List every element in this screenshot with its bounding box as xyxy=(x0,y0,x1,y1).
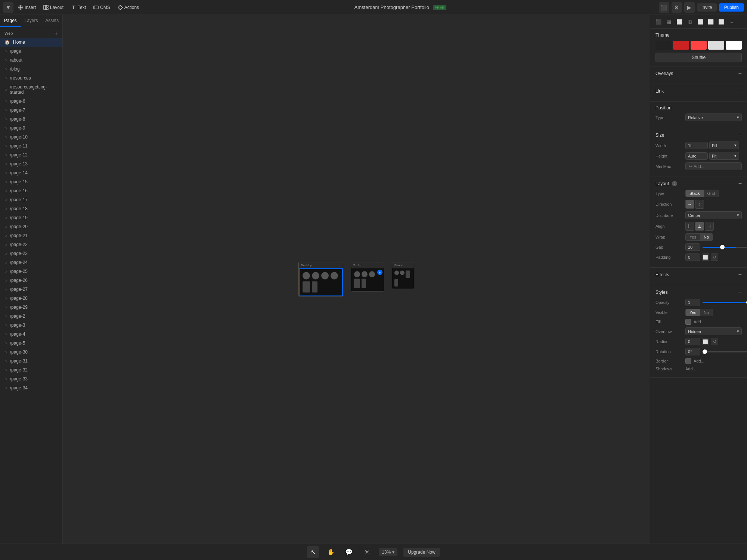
page-item-29[interactable]: ○/page-29 xyxy=(0,303,62,312)
size-add-button[interactable]: + xyxy=(738,132,742,139)
upgrade-button[interactable]: Upgrade Now xyxy=(403,548,440,557)
insert-button[interactable]: Insert xyxy=(15,3,39,12)
link-add-button[interactable]: + xyxy=(738,88,742,94)
preview-desktop-icon[interactable]: ⬛ xyxy=(659,2,669,13)
page-item-36[interactable]: ○/page-32 xyxy=(0,365,62,374)
border-add-text[interactable]: Add... xyxy=(694,359,704,363)
page-item-22[interactable]: ○/page-22 xyxy=(0,240,62,249)
page-item-38[interactable]: ○/page-34 xyxy=(0,383,62,392)
padding-corner-all[interactable]: ⬜ xyxy=(702,253,709,261)
align-left[interactable]: ⊢ xyxy=(685,222,694,231)
width-fill-select[interactable]: Fill ▾ xyxy=(709,141,739,149)
wrap-no[interactable]: No xyxy=(700,234,713,240)
panel-icon-arrange[interactable]: ⬛ xyxy=(654,17,663,26)
tab-layers[interactable]: Layers xyxy=(21,15,42,27)
radius-corner-individual[interactable]: ↺ xyxy=(711,338,718,345)
page-item-15[interactable]: ○/page-15 xyxy=(0,177,62,186)
page-item-6[interactable]: ○/page-6 xyxy=(0,97,62,106)
page-item-32[interactable]: ○/page-4 xyxy=(0,330,62,339)
select-tool[interactable]: ↖ xyxy=(307,546,319,558)
distribute-select[interactable]: Center ▾ xyxy=(685,211,742,219)
comment-tool[interactable]: 💬 xyxy=(343,546,355,558)
page-item-26[interactable]: ○/page-26 xyxy=(0,276,62,285)
layout-minus-button[interactable]: − xyxy=(738,181,742,187)
stack-button[interactable]: Stack xyxy=(686,190,704,197)
border-color-dot[interactable] xyxy=(685,358,691,364)
page-item-9[interactable]: ○/page-9 xyxy=(0,124,62,133)
opacity-slider[interactable] xyxy=(703,302,747,303)
tab-pages[interactable]: Pages xyxy=(0,15,21,27)
radius-corner-all[interactable]: ⬜ xyxy=(702,338,709,345)
page-item-30[interactable]: ○/page-2 xyxy=(0,312,62,321)
pan-tool[interactable]: ✋ xyxy=(325,546,337,558)
direction-horizontal[interactable]: ↔ xyxy=(685,200,694,209)
text-button[interactable]: Text xyxy=(68,3,89,12)
layout-button[interactable]: Layout xyxy=(40,3,66,12)
grid-button[interactable]: Grid xyxy=(704,190,719,197)
align-right[interactable]: ⊣ xyxy=(705,222,714,231)
page-item-18[interactable]: ○/page-18 xyxy=(0,204,62,213)
gap-input[interactable] xyxy=(685,243,700,251)
page-item-3[interactable]: ○/blog xyxy=(0,65,62,74)
panel-icon-delete[interactable]: 🗑 xyxy=(685,17,694,26)
canvas[interactable]: Desktop Tablet xyxy=(63,15,650,544)
cms-button[interactable]: CMS xyxy=(90,3,113,12)
logo-menu[interactable]: ▼ xyxy=(3,2,13,13)
page-item-14[interactable]: ○/page-14 xyxy=(0,168,62,177)
panel-icon-align-left[interactable]: ⬜ xyxy=(696,17,705,26)
page-item-13[interactable]: ○/page-13 xyxy=(0,159,62,168)
page-item-23[interactable]: ○/page-23 xyxy=(0,249,62,258)
page-item-8[interactable]: ○/page-8 xyxy=(0,115,62,124)
rotation-slider[interactable] xyxy=(703,351,747,352)
page-item-5[interactable]: ○/resources/getting-started xyxy=(0,83,62,97)
opacity-input[interactable] xyxy=(685,299,700,306)
page-item-24[interactable]: ○/page-24 xyxy=(0,258,62,267)
invite-button[interactable]: Invite xyxy=(697,3,717,12)
page-item-33[interactable]: ○/page-5 xyxy=(0,339,62,348)
page-item-35[interactable]: ○/page-31 xyxy=(0,357,62,365)
color-swatch-3[interactable] xyxy=(691,41,707,50)
padding-input[interactable] xyxy=(685,253,700,261)
tab-assets[interactable]: Assets xyxy=(41,15,62,27)
color-swatch-1[interactable] xyxy=(655,41,672,50)
page-item-1[interactable]: ○/page xyxy=(0,47,62,56)
page-item-21[interactable]: ○/page-21 xyxy=(0,231,62,240)
overlays-add-button[interactable]: + xyxy=(738,70,742,77)
page-item-16[interactable]: ○/page-16 xyxy=(0,186,62,195)
page-item-7[interactable]: ○/page-7 xyxy=(0,106,62,115)
visible-yes[interactable]: Yes xyxy=(686,309,700,316)
play-icon[interactable]: ▶ xyxy=(684,2,695,13)
overflow-select[interactable]: Hidden ▾ xyxy=(685,327,742,335)
panel-icon-align-center[interactable]: ⬜ xyxy=(706,17,715,26)
layout-info-icon[interactable]: ? xyxy=(672,181,677,186)
height-fit-select[interactable]: Fit ▾ xyxy=(709,152,739,160)
page-item-31[interactable]: ○/page-3 xyxy=(0,321,62,330)
padding-corner-individual[interactable]: ↺ xyxy=(711,253,718,261)
page-item-34[interactable]: ○/page-30 xyxy=(0,348,62,357)
actions-button[interactable]: Actions xyxy=(115,3,142,12)
shuffle-button[interactable]: Shuffle xyxy=(655,53,742,62)
page-item-11[interactable]: ○/page-11 xyxy=(0,141,62,150)
color-swatch-5[interactable] xyxy=(726,41,742,50)
page-item-37[interactable]: ○/page-33 xyxy=(0,374,62,383)
page-item-2[interactable]: ○/about xyxy=(0,56,62,65)
effects-add-button[interactable]: + xyxy=(738,271,742,278)
color-swatch-2[interactable] xyxy=(673,41,689,50)
panel-icon-menu[interactable]: ≡ xyxy=(727,17,736,26)
direction-vertical[interactable]: ↕ xyxy=(695,200,704,209)
shadows-add-text[interactable]: Add... xyxy=(685,367,696,371)
fill-color-dot[interactable] xyxy=(685,319,691,325)
position-type-select[interactable]: Relative ▾ xyxy=(685,113,742,121)
page-item-19[interactable]: ○/page-19 xyxy=(0,213,62,222)
fill-add-text[interactable]: Add... xyxy=(694,320,704,324)
page-item-28[interactable]: ○/page-28 xyxy=(0,294,62,303)
page-item-25[interactable]: ○/page-25 xyxy=(0,267,62,276)
minmax-add[interactable]: ⇔ Add... xyxy=(685,162,742,170)
color-swatch-4[interactable] xyxy=(708,41,724,50)
visible-no[interactable]: No xyxy=(700,309,713,316)
page-item-17[interactable]: ○/page-17 xyxy=(0,195,62,204)
panel-icon-align-right[interactable]: ⬜ xyxy=(717,17,726,26)
gap-slider[interactable] xyxy=(703,247,747,248)
sun-tool[interactable]: ☀ xyxy=(361,546,373,558)
publish-button[interactable]: Publish xyxy=(719,3,744,12)
